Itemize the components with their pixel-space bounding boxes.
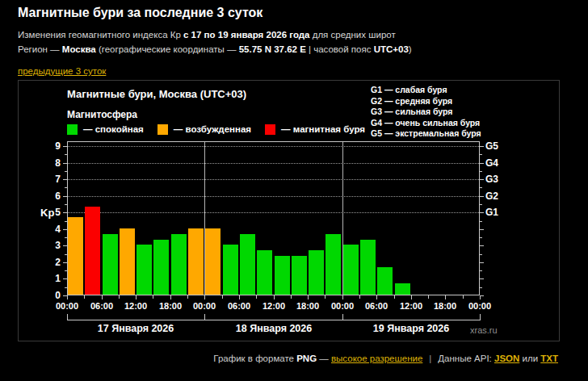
y-axis-label: 9 bbox=[43, 141, 61, 152]
x-axis-label: 06:00 bbox=[359, 301, 394, 311]
legend-item-excited: — возбужденная bbox=[158, 124, 251, 135]
y-axis-tick bbox=[63, 196, 67, 197]
kp-bar bbox=[205, 228, 220, 295]
header-subtitle-line1-segment: Изменения геомагнитного индекса Кр bbox=[18, 30, 183, 40]
kp-bar bbox=[153, 240, 169, 295]
y-axis-tick bbox=[63, 229, 67, 230]
header-subtitle-line2-segment: (географические координаты — bbox=[96, 44, 239, 54]
footer-separator: | bbox=[429, 354, 431, 363]
y-axis-tick bbox=[63, 212, 67, 213]
y-axis-label: 5 bbox=[43, 207, 61, 218]
right-axis-tick bbox=[480, 163, 484, 164]
x-axis-label: 18:00 bbox=[153, 301, 188, 311]
y-axis-tick bbox=[63, 245, 67, 246]
x-axis-tick bbox=[291, 295, 292, 299]
x-axis-label: 12:00 bbox=[118, 301, 153, 311]
y-axis-tick bbox=[65, 270, 67, 271]
x-axis-tick bbox=[153, 295, 153, 299]
storm-scale-line-g1: G1 — слабая буря bbox=[371, 85, 481, 96]
x-axis-tick bbox=[256, 295, 257, 299]
kp-bar bbox=[343, 245, 359, 295]
y-axis-tick bbox=[63, 179, 67, 180]
right-axis-tick bbox=[480, 237, 482, 238]
kp-bar bbox=[85, 207, 100, 295]
storm-scale-line-g5: G5 — экстремальная буря bbox=[371, 128, 481, 140]
chart-title: Магнитные бури, Москва (UTC+03) bbox=[67, 88, 246, 100]
footer-json-link[interactable]: JSON bbox=[494, 354, 519, 363]
kp-bar bbox=[136, 245, 152, 295]
x-axis-tick bbox=[394, 295, 395, 299]
y-axis-tick bbox=[63, 278, 67, 279]
legend-label-excited: — возбужденная bbox=[174, 124, 251, 134]
y-axis-tick bbox=[65, 154, 67, 155]
legend-swatch-excited bbox=[158, 124, 168, 135]
y-axis-tick bbox=[63, 163, 67, 164]
x-axis-tick bbox=[136, 295, 136, 299]
page-title: Магнитные бури за последние 3 суток bbox=[18, 6, 262, 20]
x-axis-label: 12:00 bbox=[256, 301, 292, 311]
x-axis-label: 00:00 bbox=[187, 301, 222, 311]
y-axis-label: 3 bbox=[43, 241, 61, 251]
y-axis-tick bbox=[65, 237, 67, 238]
header-subtitle-line1-segment: для средних широт bbox=[309, 30, 395, 40]
x-axis-label: 18:00 bbox=[427, 301, 463, 311]
right-axis-tick bbox=[480, 270, 482, 271]
x-axis-tick bbox=[170, 295, 171, 299]
footer-dash-text: — bbox=[317, 354, 331, 363]
footer-api-label: Данные API: bbox=[438, 354, 494, 363]
footer-png-label: PNG bbox=[296, 354, 317, 363]
right-axis-tick bbox=[480, 204, 482, 205]
day-label: 18 Января 2026 bbox=[205, 323, 342, 334]
page: { "header": { "title": "Магнитные бури з… bbox=[0, 0, 588, 381]
x-axis-tick bbox=[239, 295, 240, 299]
day-label: 17 Января 2026 bbox=[67, 323, 204, 334]
right-axis-tick bbox=[480, 221, 482, 222]
x-axis-tick bbox=[325, 295, 326, 299]
header-subtitle-line2-segment: 55.75 N 37.62 E bbox=[239, 44, 306, 54]
previous-3-days-link[interactable]: предыдущие 3 суток bbox=[18, 66, 106, 76]
x-axis-tick bbox=[376, 295, 377, 299]
kp-bar bbox=[326, 234, 341, 295]
y-axis-tick bbox=[65, 221, 67, 222]
legend-item-quiet: — спокойная bbox=[67, 124, 144, 135]
kp-bar bbox=[68, 217, 83, 295]
day-bracket-line bbox=[67, 320, 480, 320]
day-bracket-tick bbox=[204, 314, 205, 320]
right-axis-tick bbox=[480, 179, 484, 180]
day-bracket-tick bbox=[480, 314, 481, 320]
y-axis-label: 7 bbox=[43, 174, 61, 185]
chart-panel: Магнитные бури, Москва (UTC+03) Магнитос… bbox=[18, 80, 560, 341]
y-axis-tick bbox=[63, 146, 67, 147]
header-subtitle-line1-segment: с 17 по 19 января 2026 года bbox=[183, 30, 309, 40]
kp-bar bbox=[309, 250, 324, 295]
day-bracket-tick bbox=[67, 314, 68, 320]
y-axis-label: 4 bbox=[43, 224, 61, 235]
right-axis-label-g5: G5 bbox=[485, 141, 498, 152]
x-axis-tick bbox=[463, 295, 464, 299]
kp-bar bbox=[292, 256, 307, 295]
x-axis-label: 06:00 bbox=[221, 301, 257, 311]
legend-swatch-quiet bbox=[67, 124, 78, 135]
kp-bar bbox=[188, 228, 204, 295]
footer-txt-link[interactable]: TXT bbox=[540, 354, 558, 363]
right-axis-tick bbox=[480, 245, 484, 246]
right-axis-tick bbox=[480, 254, 482, 255]
x-axis-tick bbox=[411, 295, 412, 299]
header-subtitle-line1: Изменения геомагнитного индекса Кр с 17 … bbox=[18, 30, 396, 40]
header-subtitle-line2-segment: UTC+03 bbox=[374, 44, 409, 54]
x-axis-label: 12:00 bbox=[393, 301, 429, 311]
kp-bar bbox=[377, 267, 393, 295]
y-axis-label: 0 bbox=[43, 291, 61, 301]
legend-label-quiet: — спокойная bbox=[83, 124, 144, 134]
gridline-kp5 bbox=[68, 212, 479, 213]
x-axis-tick bbox=[445, 295, 446, 299]
x-axis-tick bbox=[102, 295, 103, 299]
kp-bar bbox=[103, 234, 118, 295]
gridline-kp6 bbox=[68, 196, 479, 197]
x-axis-label: 06:00 bbox=[84, 301, 120, 311]
storm-scale-line-g2: G2 — средняя буря bbox=[371, 96, 481, 107]
day-bracket-tick bbox=[342, 314, 343, 320]
footer-high-res-link[interactable]: высокое разрешение bbox=[331, 354, 422, 363]
legend-swatch-storm bbox=[265, 124, 275, 135]
kp-bar bbox=[223, 245, 238, 295]
